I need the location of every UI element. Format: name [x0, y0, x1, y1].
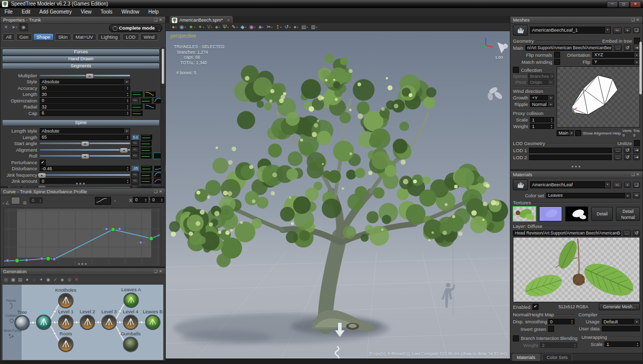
query-pointer-icon[interactable]: ➤? [11, 24, 18, 31]
complete-mode-button[interactable]: ◯ Complete mode ▾ [109, 24, 162, 32]
preview-view-dropdown[interactable]: Main▾ [557, 130, 574, 136]
slider-handle[interactable]: ◂▸ [120, 148, 128, 153]
generation-node-leavesB[interactable]: Leaves B [143, 309, 163, 329]
spinner-arrows[interactable]: ▴▾ [126, 98, 130, 103]
group-icon[interactable]: ✦ [38, 277, 45, 283]
spinner-arrows[interactable]: ▴▾ [126, 86, 130, 90]
generation-node-canvas[interactable]: Forces Collision Mesh Forces TreeTrunkKn… [3, 285, 163, 360]
reload-icon[interactable]: ↺ [624, 45, 631, 51]
show-alignment-checkbox[interactable] [575, 130, 581, 136]
close-panel-icon[interactable]: ✕ [636, 18, 641, 22]
spinner-arrows[interactable]: ▴▾ [126, 104, 130, 109]
wind-widget[interactable] [487, 86, 503, 101]
frond-tool-icon[interactable]: ✶ [198, 24, 202, 30]
tab-wind[interactable]: Wind [140, 33, 158, 41]
add-child-icon[interactable]: ▤ [17, 277, 24, 283]
slider-start-angle[interactable]: ◂▸ [40, 143, 130, 144]
lod2-field[interactable] [529, 155, 612, 160]
curve-thumbnail-bar[interactable] [140, 97, 152, 104]
menu-add-geometry[interactable]: Add Geometry [35, 8, 76, 15]
add-node-icon[interactable]: ▣ [10, 277, 17, 283]
curve-thumbnail-bar[interactable] [131, 103, 143, 110]
checkbox-perturbance[interactable]: ✔ [40, 160, 46, 166]
slider-multiplier[interactable]: ◂▸ [40, 75, 130, 76]
unwrap-scale-input[interactable]: 1▴▾ [604, 341, 640, 347]
tab-materials[interactable]: Materials [512, 353, 540, 361]
tab-skin[interactable]: Skin [55, 33, 71, 41]
tangent-mode-icon[interactable]: ⌐∠ [3, 200, 10, 206]
slider-handle[interactable]: ◂▸ [81, 141, 89, 147]
close-panel-icon[interactable]: ✕ [159, 189, 164, 194]
section-spine[interactable]: Spine [2, 119, 160, 126]
color-set-dropdown[interactable]: Leaves▾ [546, 193, 631, 198]
duplicate-material-icon[interactable]: ❏ [633, 182, 640, 188]
value-badge[interactable]: .05 [131, 165, 140, 172]
slider-jink-frequency[interactable]: ◂▸ [40, 174, 130, 176]
input-optimization[interactable]: 0▴▾ [40, 98, 130, 103]
float-panel-icon[interactable]: ❏ [631, 18, 636, 22]
generate-mesh-button[interactable]: Generate Mesh... [599, 303, 640, 310]
plus-minus-button[interactable]: +/- [131, 178, 139, 184]
rotate-view-icon[interactable]: ● [293, 24, 296, 30]
generation-node-tree[interactable]: Tree [15, 309, 29, 330]
spinner-arrows[interactable]: ▴▾ [126, 92, 130, 96]
generation-node-level4[interactable]: Level 4 [123, 309, 139, 329]
curve-thumbnail-bar[interactable] [140, 147, 152, 153]
decoration-icon[interactable]: ♣ [258, 24, 262, 30]
maximize-icon[interactable]: ◻ [618, 1, 629, 8]
document-tab[interactable]: AmericanBeech.spm* ✕ [170, 16, 233, 24]
float-panel-icon[interactable]: ❏ [154, 18, 159, 22]
generate-icon[interactable]: ⊙ [66, 277, 73, 283]
plus-minus-button[interactable]: +/- [131, 97, 139, 104]
growth-dropdown[interactable]: +Y▾ [530, 95, 554, 100]
float-panel-icon[interactable]: ❏ [154, 269, 159, 274]
light-widget[interactable] [497, 42, 508, 53]
tab-all[interactable]: All [3, 33, 15, 41]
leaf-tool-icon[interactable]: ★ [189, 24, 193, 30]
add-mesh-button[interactable]: ＋ [624, 27, 631, 33]
mesh-preview[interactable] [557, 66, 640, 128]
x-input[interactable]: 0▴▾ [133, 197, 148, 203]
alpha-thumbnail[interactable] [565, 206, 588, 221]
generation-node-level1[interactable]: Level 1 [58, 309, 74, 329]
plus-minus-button[interactable]: +/- [613, 27, 622, 34]
tree-tool-icon[interactable]: ♠ [215, 24, 218, 30]
slider-handle[interactable]: ◂▸ [81, 154, 89, 159]
input-length[interactable]: 30▴▾ [40, 91, 130, 97]
grow-icon[interactable]: ↺ [284, 24, 288, 30]
tab-gen[interactable]: Gen [16, 33, 32, 41]
tab-shape[interactable]: Shape [33, 33, 54, 41]
curve-thumbnail-bar[interactable] [140, 140, 152, 147]
branch-intersection-checkbox[interactable] [513, 335, 519, 341]
float-panel-icon[interactable]: ❏ [154, 189, 159, 194]
lock-icon[interactable]: ◈ [59, 277, 66, 283]
invert-green-checkbox[interactable] [548, 326, 554, 332]
generation-node-gumballs[interactable]: Gumballs [121, 331, 141, 351]
plus-minus-button[interactable]: +/- [613, 182, 622, 188]
normal-thumbnail[interactable] [539, 206, 562, 221]
section-forces[interactable]: Forces [2, 49, 160, 55]
fill-mode-icon[interactable] [11, 197, 20, 204]
float-panel-icon[interactable]: ❏ [631, 172, 636, 177]
slider-roll[interactable]: ◂▸ [40, 155, 130, 157]
close-panel-icon[interactable]: ✕ [159, 18, 164, 22]
curve-thumbnail-bar[interactable] [131, 110, 143, 116]
user-data-field[interactable] [602, 326, 640, 331]
close-panel-icon[interactable]: ✕ [159, 269, 164, 274]
material-ball-icon[interactable]: ● [172, 24, 175, 30]
reload-icon[interactable]: ↺ [633, 230, 640, 236]
tab-lod[interactable]: LOD [122, 33, 139, 41]
browse-button[interactable]: ... [623, 230, 631, 236]
layer-path-field[interactable]: Head Revision/Art Support/American Beech… [513, 230, 621, 236]
curve-thumbnail-bar[interactable] [141, 134, 153, 141]
browse-button[interactable]: ... [614, 45, 622, 51]
main-path-field[interactable]: n/Art Support/American Beech/AmericanBee… [525, 45, 612, 51]
spine-edit-icon[interactable]: ✎ [232, 24, 236, 30]
ripple-dropdown[interactable]: Normal▾ [530, 101, 554, 107]
show-mode-icon[interactable]: ◉ [180, 24, 184, 30]
minimize-icon[interactable]: ─ [607, 1, 618, 8]
slider-handle[interactable]: ◂▸ [38, 173, 46, 178]
browse-button[interactable]: ... [614, 154, 622, 160]
zoom-tool-icon[interactable]: ◉ [249, 24, 254, 30]
close-tab-icon[interactable]: ✕ [227, 18, 230, 23]
